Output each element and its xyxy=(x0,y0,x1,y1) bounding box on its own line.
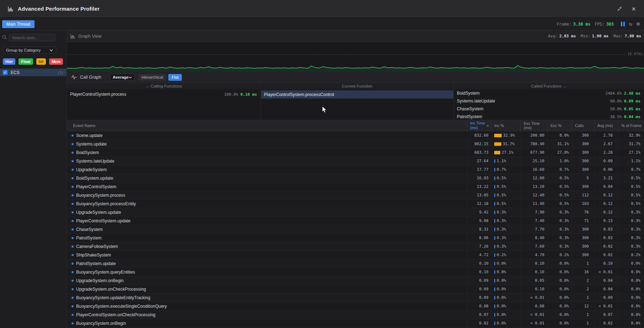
inc-pct-bar xyxy=(494,245,495,248)
table-row[interactable]: UpgradeSystem.update 9.42 0.3% 7.90 0.3%… xyxy=(67,208,644,217)
event-bullet-icon xyxy=(72,280,74,282)
table-row[interactable]: PatrolSystem.update 0.10 0.0% 0.10 0.0% … xyxy=(67,259,644,268)
table-row[interactable]: ShipShakeSystem 4.72 0.2% 4.70 0.2% 300 … xyxy=(67,251,644,259)
stat-type-tags: Hier Float Int Mem xyxy=(3,58,67,65)
sidebar-item-ecs[interactable]: ✓ ECS (1) xyxy=(0,69,67,76)
refresh-icon[interactable]: ↻ xyxy=(629,21,632,27)
table-row[interactable]: PlayerControlSystem 13.22 0.5% 13.20 0.5… xyxy=(67,182,644,191)
event-bullet-icon xyxy=(72,322,74,324)
inc-pct-bar xyxy=(494,287,495,291)
thread-bar: Main Thread Frame:3.30 ms FPS:303 ↻ ⚙ xyxy=(0,18,644,30)
pause-icon[interactable] xyxy=(621,22,625,26)
checkbox-checked-icon[interactable]: ✓ xyxy=(3,70,7,75)
inc-pct-bar xyxy=(494,159,495,163)
table-row[interactable]: BuoyancySystem.updateEntityTracking 0.09… xyxy=(67,293,644,302)
inc-pct-bar xyxy=(494,322,495,325)
table-row[interactable]: ChaseSystem 8.31 0.3% 7.70 0.3% 300 0.03… xyxy=(67,225,644,234)
gear-icon[interactable]: ⚙ xyxy=(637,21,640,27)
event-bullet-icon xyxy=(72,220,74,222)
column-event-name[interactable]: Event Name xyxy=(67,120,467,131)
inc-pct-bar xyxy=(494,168,495,171)
table-row[interactable]: UpgradeSystem 17.77 0.7% 16.60 0.7% 300 … xyxy=(67,165,644,174)
table-row[interactable]: Scene.update 832.60 32.9% 200.80 8.0% 30… xyxy=(67,131,644,140)
inc-pct-bar xyxy=(494,236,495,240)
call-graph-panels: PlayerControlSystem.process 100.0%0.10 m… xyxy=(67,89,644,120)
event-bullet-icon xyxy=(72,297,74,299)
avg-value: 2.83 ms xyxy=(559,34,576,38)
group-by-select[interactable]: Group by Category xyxy=(3,47,56,54)
column-exc-time[interactable]: Exc Time (ms) xyxy=(521,120,547,131)
table-row[interactable]: Systems.update 802.15 31.7% 780.40 31.1%… xyxy=(67,140,644,148)
call-graph-title: Call Graph xyxy=(80,75,101,80)
table-row[interactable]: BuoyancySystem.onBegin 0.02 0.0% < 0.01 … xyxy=(67,319,644,328)
table-row[interactable]: BuoyancySystem.executeSingleConditionQue… xyxy=(67,302,644,311)
event-bullet-icon xyxy=(72,211,74,213)
called-functions-header: Called Functions → xyxy=(454,83,644,89)
called-function-row[interactable]: Systems.lateUpdate 90.0%0.09 ms xyxy=(454,97,644,105)
column-inc-time[interactable]: Inc Time(ms) xyxy=(467,120,491,131)
inc-pct-bar xyxy=(494,270,495,274)
table-row[interactable]: UpgradeSystem.onCheckProcessing 0.09 0.0… xyxy=(67,285,644,293)
chevron-down-icon xyxy=(49,48,53,52)
table-row[interactable]: BoidSystem.update 16.03 0.5% 12.00 0.5% … xyxy=(67,174,644,182)
bar-chart-icon xyxy=(8,6,14,12)
table-row[interactable]: Systems.lateUpdate 27.64 1.1% 25.10 1.0%… xyxy=(67,157,644,165)
inc-pct-bar xyxy=(494,219,495,223)
inc-pct-bar xyxy=(494,305,495,308)
event-bullet-icon xyxy=(72,134,74,137)
frame-time-line xyxy=(67,42,644,72)
title-bar: Advanced Performance Profiler × xyxy=(0,0,644,18)
column-inc-pct[interactable]: Inc % xyxy=(491,120,521,131)
table-row[interactable]: UpgradeSystem.onBegin 0.09 0.0% 0.05 0.0… xyxy=(67,276,644,285)
column-avg[interactable]: Avg (ms) xyxy=(594,120,618,131)
table-row[interactable]: BoidSystem 683.73 27.1% 677.90 27.0% 300… xyxy=(67,148,644,157)
mouse-cursor xyxy=(322,106,327,113)
frame-time-graph[interactable]: 16.67ms xyxy=(67,42,644,72)
mode-select[interactable]: Average xyxy=(110,74,135,81)
event-bullet-icon xyxy=(72,254,74,256)
stat-tag[interactable]: Hier xyxy=(3,58,15,65)
frame-label: Frame: xyxy=(556,22,571,27)
stat-tag[interactable]: Float xyxy=(19,58,33,65)
close-icon[interactable]: × xyxy=(630,5,638,13)
stat-tag[interactable]: Mem xyxy=(49,58,63,65)
called-function-row[interactable]: BoidSystem 2484.6%2.48 ms xyxy=(454,89,644,97)
sort-desc-icon xyxy=(486,125,489,127)
table-row[interactable]: BuoyancySystem.processEntity 12.18 0.5% … xyxy=(67,200,644,208)
min-value: 1.90 ms xyxy=(592,34,608,38)
stat-tag[interactable]: Int xyxy=(36,58,46,65)
current-function-header: Current Function xyxy=(261,83,454,89)
table-row[interactable]: CameraFollowSystem 7.26 0.3% 7.60 0.3% 3… xyxy=(67,242,644,251)
table-row[interactable]: PlayerControlSystem.onCheckProcessing 0.… xyxy=(67,311,644,319)
event-bullet-icon xyxy=(72,203,74,205)
fps-label: FPS: xyxy=(595,22,605,27)
calling-functions-panel: PlayerControlSystem.process 100.0%0.10 m… xyxy=(67,89,261,120)
collapse-window-icon[interactable] xyxy=(616,5,623,13)
event-bullet-icon xyxy=(72,288,74,290)
column-calls[interactable]: Calls xyxy=(572,120,594,131)
inc-pct-bar xyxy=(494,313,495,317)
graph-view-header: Graph View Avg:2.83 ms Min:1.90 ms Max:7… xyxy=(67,30,644,42)
calling-function-row[interactable]: PlayerControlSystem.process 100.0%0.10 m… xyxy=(67,90,260,98)
event-bullet-icon xyxy=(72,186,74,188)
called-function-row[interactable]: ChaseSystem 50.0%0.05 ms xyxy=(454,105,644,113)
event-table: Scene.update 832.60 32.9% 200.80 8.0% 30… xyxy=(67,131,644,328)
event-bullet-icon xyxy=(72,152,74,154)
called-function-row[interactable]: PatrolSystem 38.5%0.04 ms xyxy=(454,113,644,121)
event-bullet-icon xyxy=(72,169,74,171)
table-row[interactable]: BuoyancySystem.queryEntities 0.10 0.0% 0… xyxy=(67,268,644,276)
table-row[interactable]: PatrolSystem 8.06 0.3% 8.40 0.3% 300 0.0… xyxy=(67,234,644,242)
table-row[interactable]: BuoyancySystem.process 13.05 0.5% 12.40 … xyxy=(67,191,644,200)
inc-pct-bar xyxy=(494,202,495,206)
column-pct-of-frame[interactable]: % of Frame xyxy=(618,120,644,131)
hierarchical-button[interactable]: Hierarchical xyxy=(138,74,167,81)
main-thread-button[interactable]: Main Thread xyxy=(2,20,35,28)
table-row[interactable]: PlayerControlSystem.update 9.08 0.3% 7.4… xyxy=(67,217,644,225)
flat-button[interactable]: Flat xyxy=(168,74,181,81)
fps-value: 303 xyxy=(606,22,614,27)
current-function-row[interactable]: PlayerControlSystem.processControl xyxy=(261,90,453,99)
search-input[interactable] xyxy=(9,34,55,41)
sidebar: Group by Category Hier Float Int Mem ✓ E… xyxy=(0,30,67,328)
inc-pct-bar xyxy=(494,228,495,231)
column-exc-pct[interactable]: Exc % xyxy=(547,120,572,131)
